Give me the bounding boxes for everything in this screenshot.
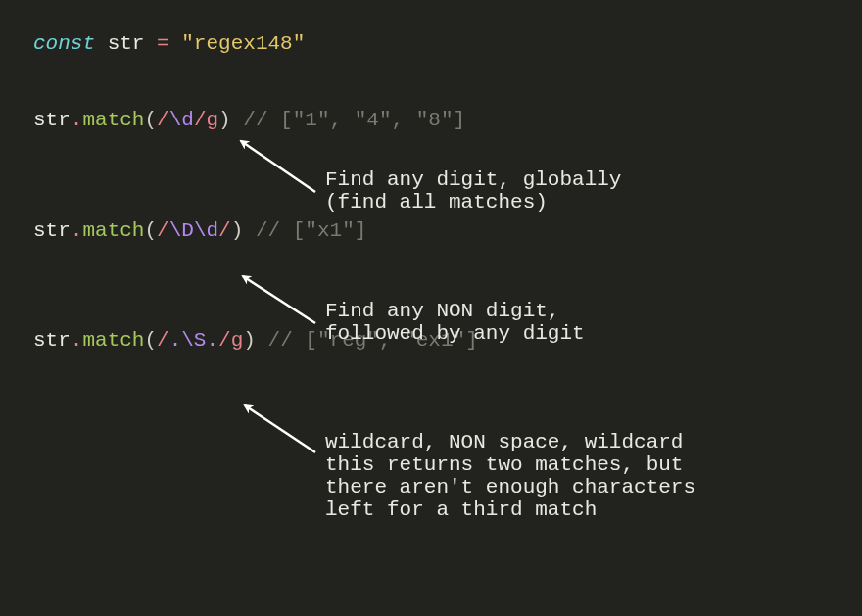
regex-escape-d: \d	[169, 109, 194, 131]
regex-wildcard: .	[206, 329, 218, 352]
code-line-declaration: const str = "regex148"	[33, 29, 829, 59]
method-match: match	[82, 329, 144, 352]
code-line-example-2: str.match(/\D\d/) // ["x1"]	[33, 216, 829, 246]
svg-line-2	[245, 405, 315, 452]
method-match: match	[82, 109, 144, 131]
annotation-text-2: Find any NON digit, followed by any digi…	[325, 300, 585, 345]
comment-result-1: // ["1", "4", "8"]	[243, 109, 465, 131]
keyword-const: const	[33, 32, 95, 55]
regex-escape-D: \D	[169, 219, 194, 242]
annotation-text-1: Find any digit, globally (find all match…	[325, 168, 621, 213]
regex-flag-g: g	[231, 329, 244, 352]
code-line-example-1: str.match(/\d/g) // ["1", "4", "8"]	[33, 106, 829, 135]
comment-result-2: // ["x1"]	[256, 219, 366, 242]
regex-escape-d: \d	[194, 219, 218, 242]
string-literal: "regex148"	[181, 32, 305, 55]
operator-assign: =	[157, 32, 169, 55]
method-match: match	[82, 219, 144, 242]
identifier-str: str	[108, 32, 145, 55]
regex-flag-g: g	[206, 109, 218, 131]
regex-escape-S: \S	[181, 329, 206, 352]
regex-wildcard: .	[169, 329, 182, 352]
annotation-text-3: wildcard, NON space, wildcard this retur…	[325, 431, 695, 521]
